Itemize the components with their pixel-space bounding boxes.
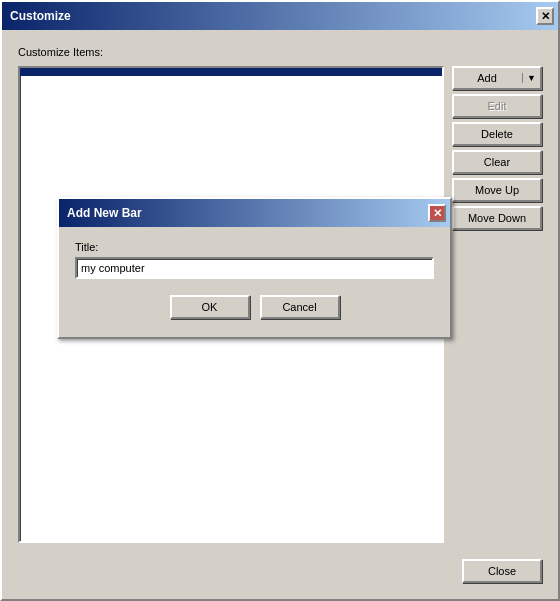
- sub-dialog-body: Title: OK Cancel: [59, 227, 450, 337]
- sub-title-text: Add New Bar: [67, 206, 142, 220]
- ok-button[interactable]: OK: [170, 295, 250, 319]
- add-new-bar-dialog: Add New Bar ✕ Title: OK Cancel: [57, 197, 452, 339]
- sub-title-bar: Add New Bar ✕: [59, 199, 450, 227]
- sub-close-icon[interactable]: ✕: [428, 204, 446, 222]
- cancel-button[interactable]: Cancel: [260, 295, 340, 319]
- main-dialog: Customize ✕ Customize Items: Add ▼ Edit …: [0, 0, 560, 601]
- sub-button-row: OK Cancel: [75, 295, 434, 323]
- title-input[interactable]: [75, 257, 434, 279]
- modal-overlay: Add New Bar ✕ Title: OK Cancel: [2, 2, 558, 599]
- title-field-label: Title:: [75, 241, 434, 253]
